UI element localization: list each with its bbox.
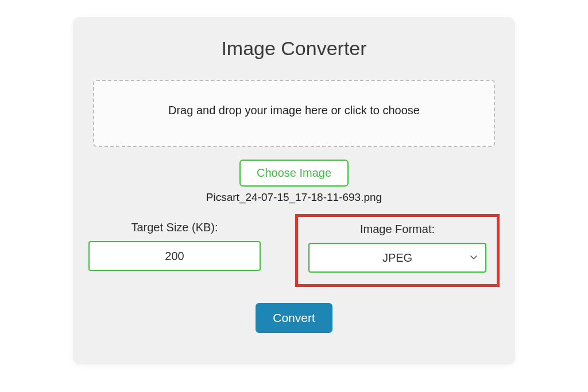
choose-image-button[interactable]: Choose Image (239, 160, 349, 187)
image-format-label: Image Format: (360, 223, 435, 236)
selected-filename: Picsart_24-07-15_17-18-11-693.png (93, 191, 495, 204)
convert-button[interactable]: Convert (256, 303, 332, 333)
image-format-highlight: Image Format: JPEG (295, 214, 500, 287)
target-size-input[interactable] (88, 241, 261, 271)
dropzone[interactable]: Drag and drop your image here or click t… (93, 80, 495, 147)
image-format-select[interactable]: JPEG (308, 243, 486, 273)
target-size-label: Target Size (KB): (131, 221, 218, 234)
converter-card: Image Converter Drag and drop your image… (73, 17, 515, 364)
field-target-size: Target Size (KB): (88, 221, 261, 271)
image-format-select-wrap: JPEG (308, 243, 486, 273)
page-title: Image Converter (93, 37, 495, 60)
fields-row: Target Size (KB): Image Format: JPEG (93, 221, 495, 287)
dropzone-text: Drag and drop your image here or click t… (106, 104, 482, 117)
convert-wrap: Convert (93, 303, 495, 333)
choose-image-wrap: Choose Image (93, 160, 495, 187)
field-image-format: Image Format: JPEG (308, 223, 486, 273)
